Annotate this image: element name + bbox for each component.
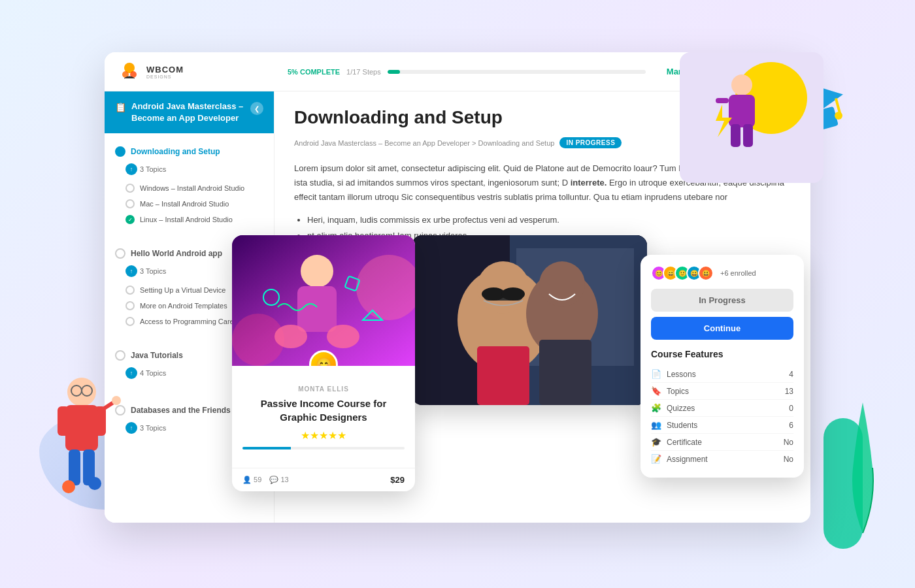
lessons-label: Lessons [667,370,696,379]
section-1-topics-badge: ↑ [125,163,137,175]
section-2-topics-count: 3 Topics [140,267,166,275]
topic-1-2-circle [125,199,135,208]
section-2-topics-badge: ↑ [125,265,137,277]
topics-value: 13 [785,387,793,396]
section-3-topics-badge: ↑ [125,367,137,379]
topic-1-3[interactable]: ✓ Linux – Install Android Studio [105,212,274,227]
students-label: Students [667,421,697,430]
feature-students-left: 👥 Students [651,420,697,430]
section-2-title: Hello World Android app [131,249,222,258]
card-body: MONTA ELLIS Passive Income Course for Gr… [232,366,415,468]
quizzes-value: 0 [789,404,793,413]
card-meta: 👤 59 💬 13 [242,476,289,484]
sidebar-course-header[interactable]: 📋 Android Java Masterclass – Become an A… [105,91,274,133]
card-title: Passive Income Course for Graphic Design… [242,397,405,424]
svg-rect-1 [65,405,98,451]
topics-label: Topics [667,387,689,396]
sidebar-course-title: Android Java Masterclass – Become an App… [131,101,245,124]
card-price: $29 [390,475,405,485]
svg-point-7 [88,477,101,490]
card-comments: 💬 13 [269,476,288,484]
bullet-item-1: Heri, inquam, ludis commissis ex urbe pr… [307,212,791,227]
assignment-value: No [784,455,793,464]
feature-quizzes-left: 🧩 Quizzes [651,403,695,413]
feature-topics: 🔖 Topics 13 [651,383,793,400]
svg-point-19 [731,74,752,95]
progress-label: 5% COMPLETE [288,68,340,76]
certificate-value: No [784,438,793,447]
svg-rect-50 [539,340,591,405]
svg-point-12 [112,396,121,405]
section-1-topics-count: 3 Topics [140,165,166,173]
card-progress-bar [242,447,405,449]
progress-steps: 1/17 Steps [346,68,381,76]
topic-2-2-circle [125,301,135,310]
section-1-title: Downloading and Setup [131,147,220,156]
topic-1-1-circle [125,184,135,193]
topic-1-2[interactable]: Mac – Install Android Studio [105,196,274,212]
card-author: MONTA ELLIS [242,385,405,393]
certificate-label: Certificate [667,438,702,447]
topic-2-3-circle [125,317,135,326]
sidebar-section-1: Downloading and Setup ↑ 3 Topics Windows… [105,133,274,235]
topic-2-2-label: More on Android Templates [140,302,227,310]
section-3-topics-count: 4 Topics [140,369,166,377]
course-icon: 📋 [115,102,126,112]
status-btn-row: In Progress [651,289,793,312]
feature-quizzes: 🧩 Quizzes 0 [651,400,793,417]
section-4-topics-badge: ↑ [125,422,137,434]
lessons-icon: 📄 [651,369,661,379]
enrolled-count: +6 enrolled [720,269,756,277]
enrolled-avatars: 😊 😄 🙂 😀 😃 [651,265,714,281]
progress-area: 5% COMPLETE 1/17 Steps [274,68,659,76]
svg-point-36 [327,325,359,348]
svg-rect-22 [742,98,755,103]
progress-bar [388,70,646,74]
feature-certificate: 🎓 Certificate No [651,434,793,451]
breadcrumb: Android Java Masterclass – Become an App… [294,139,554,147]
feature-assignment-left: 📝 Assignment [651,454,708,464]
photo-bg [412,235,647,405]
progress-bar-fill [388,70,401,74]
status-badge: IN PROGRESS [559,137,622,148]
enrolled-avatar-5: 😃 [698,265,714,281]
logo-icon [118,60,141,84]
students-value: 6 [789,421,793,430]
section-3-radio [115,350,125,361]
topics-icon: 🔖 [651,386,661,396]
feature-certificate-left: 🎓 Certificate [651,437,702,447]
continue-button[interactable]: Continue [651,317,793,340]
lessons-value: 4 [789,370,793,379]
svg-point-33 [301,255,333,287]
section-4-title: Databases and the Friends App [131,406,248,415]
enrolled-row: 😊 😄 🙂 😀 😃 +6 enrolled [651,265,793,281]
svg-point-35 [274,325,307,348]
logo-sub: DESIGNS [146,74,184,79]
topic-1-1[interactable]: Windows – Install Android Studio [105,180,274,196]
svg-rect-4 [69,449,80,485]
section-1-header[interactable]: Downloading and Setup [105,141,274,162]
in-progress-button[interactable]: In Progress [651,289,793,312]
topic-1-3-label: Linux – Install Android Studio [140,216,233,223]
card-image-svg [232,235,415,366]
section-3-title: Java Tutorials [131,351,183,360]
svg-point-46 [501,287,525,301]
feature-assignment: 📝 Assignment No [651,451,793,467]
hero-illustration [680,52,824,183]
course-card: 😊 MONTA ELLIS Passive Income Course for … [232,235,415,491]
svg-rect-23 [731,124,740,147]
svg-point-6 [62,480,75,493]
photo-svg [412,235,647,405]
feature-lessons: 📄 Lessons 4 [651,366,793,383]
section-1-radio [115,146,125,157]
quizzes-label: Quizzes [667,404,695,413]
section-2-radio [115,248,125,259]
section-1-topics: ↑ 3 Topics [105,162,274,180]
features-panel: 😊 😄 🙂 😀 😃 +6 enrolled In Progress Contin… [640,255,804,478]
check-icon: ✓ [128,217,133,223]
certificate-icon: 🎓 [651,437,661,447]
sidebar-toggle-btn[interactable]: ❮ [250,102,263,115]
topic-1-2-label: Mac – Install Android Studio [140,200,229,208]
card-students: 👤 59 [242,476,261,484]
card-footer: 👤 59 💬 13 $29 [232,468,415,491]
